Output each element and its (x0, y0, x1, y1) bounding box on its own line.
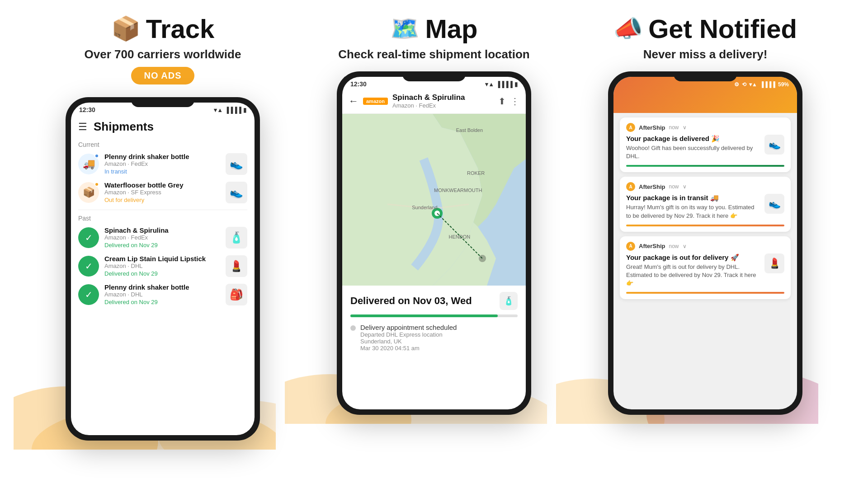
past-status-3: Delivered on Nov 29 (104, 299, 220, 305)
map-phone: 12:30 ▾▲ ▐▐▐▐ ▮ ← amazon Spinach & Spiru… (337, 71, 531, 415)
event-subtitle: Departed DHL Express location (360, 331, 457, 338)
notif-header-1: A AfterShip now ∨ (626, 123, 784, 132)
aftership-logo-2: A (626, 182, 635, 191)
checkmark-3: ✓ (78, 284, 99, 305)
past-info-1: Spinach & Spirulina Amazon · FedEx Deliv… (104, 226, 220, 249)
tracking-event: Delivery appointment scheduled Departed … (350, 324, 518, 352)
past-name-1: Spinach & Spirulina (104, 226, 220, 234)
past-info-3: Plenny drink shaker bottle Amazon · DHL … (104, 283, 220, 305)
track-phone-inner: 12:30 ▾▲ ▐▐▐▐ ▮ ☰ Shipments Cur (71, 103, 255, 435)
checkmark-2: ✓ (78, 256, 99, 277)
map-title-row: 🗺️ Map (390, 14, 477, 44)
no-ads-badge: NO ADS (131, 67, 194, 84)
event-dot (350, 325, 356, 331)
phone-notch-3 (674, 71, 737, 81)
map-package-details: Spinach & Spirulina Amazon · FedEx (392, 93, 494, 109)
map-display-area: East Bolden ROKER MONKWEARMOUTH Sunderla… (342, 114, 526, 286)
signal-icon: ▐▐▐▐ (225, 107, 241, 113)
map-subtitle: Check real-time shipment location (338, 47, 529, 61)
notif-time-1: now (669, 124, 679, 131)
aftership-logo-3: A (626, 242, 635, 251)
notif-title-1: Your package is delivered 🎉 (626, 135, 760, 143)
past-item-3[interactable]: ✓ Plenny drink shaker bottle Amazon · DH… (78, 283, 247, 305)
shipment-carrier-1: Amazon · FedEx (104, 160, 220, 167)
dot-2 (94, 182, 99, 187)
notif-header-3: A AfterShip now ∨ (626, 242, 784, 251)
notif-list: A AfterShip now ∨ Your package is delive… (613, 113, 797, 304)
track-header: 📦 Track Over 700 carriers worldwide NO A… (85, 14, 241, 93)
notif-desc-1: Woohoo! Gift has been successfully deliv… (626, 144, 760, 160)
notify-column: 📣 Get Notified Never miss a delivery! (574, 14, 836, 415)
back-button[interactable]: ← (349, 95, 359, 107)
shipment-thumb-2: 👟 (226, 182, 247, 203)
notif-app-3: AfterShip (639, 243, 665, 249)
dot-1 (94, 154, 99, 158)
shipment-name-1: Plenny drink shaker bottle (104, 153, 220, 160)
past-status-2: Delivered on Nov 29 (104, 270, 220, 277)
notif-top-bar: ⚙ ⟲ ▾▲ ▐▐▐▐ 59% (613, 77, 797, 113)
notif-card-2[interactable]: A AfterShip now ∨ Your package is in tra… (620, 177, 791, 231)
status-time-1: 12:30 (79, 106, 95, 113)
track-phone: 12:30 ▾▲ ▐▐▐▐ ▮ ☰ Shipments Cur (66, 97, 260, 441)
notify-title-row: 📣 Get Notified (613, 14, 797, 44)
notif-card-1[interactable]: A AfterShip now ∨ Your package is delive… (620, 117, 791, 172)
shipment-item-2[interactable]: 📦 Waterflooser bottle Grey Amazon · SF E… (78, 181, 247, 203)
shipment-item-1[interactable]: 🚚 Plenny drink shaker bottle Amazon · Fe… (78, 153, 247, 175)
map-phone-inner: 12:30 ▾▲ ▐▐▐▐ ▮ ← amazon Spinach & Spiru… (342, 77, 526, 409)
shipments-screen: ☰ Shipments Current 🚚 Plenny drink sha (71, 115, 255, 305)
past-item-2[interactable]: ✓ Cream Lip Stain Liquid Lipstick Amazon… (78, 255, 247, 277)
notif-body-2: Your package is in transit 🚚 Hurray! Mum… (626, 194, 784, 220)
map-label-roker: ROKER (467, 170, 485, 176)
notif-app-1: AfterShip (639, 124, 665, 131)
map-label-east-bolden: East Bolden (456, 127, 483, 133)
notif-chevron-3: ∨ (683, 243, 687, 249)
status-icons-2: ▾▲ ▐▐▐▐ ▮ (485, 81, 518, 88)
signal-icon-3: ▐▐▐▐ (760, 81, 775, 88)
checkmark-1: ✓ (78, 227, 99, 248)
notify-phone-wrap: ⚙ ⟲ ▾▲ ▐▐▐▐ 59% A After (574, 71, 836, 415)
past-name-2: Cream Lip Stain Liquid Lipstick (104, 255, 220, 263)
phone-notch-1 (131, 97, 194, 107)
shipment-status-1: In transit (104, 168, 220, 175)
event-location: Sunderland, UK (360, 338, 457, 345)
shipment-name-2: Waterflooser bottle Grey (104, 181, 220, 189)
notif-title-3: Your package is out for delivery 🚀 (626, 253, 760, 262)
map-action-icons: ⬆ ⋮ (498, 96, 519, 107)
map-screen-header: ← amazon Spinach & Spirulina Amazon · Fe… (342, 89, 526, 114)
delivered-date: Delivered on Nov 03, Wed 🧴 (350, 292, 518, 310)
notif-title-2: Your package is in transit 🚚 (626, 194, 760, 202)
map-bottom-info: Delivered on Nov 03, Wed 🧴 Delivery appo… (342, 286, 526, 358)
notif-time-2: now (669, 183, 679, 190)
notif-thumb-3: 💄 (764, 253, 784, 273)
track-title: Track (146, 14, 215, 44)
wifi-icon: ▾▲ (214, 107, 223, 113)
more-icon[interactable]: ⋮ (510, 96, 519, 107)
map-header: 🗺️ Map Check real-time shipment location (338, 14, 529, 67)
notify-header: 📣 Get Notified Never miss a delivery! (613, 14, 797, 67)
hamburger-icon[interactable]: ☰ (78, 121, 87, 133)
map-package-name: Spinach & Spirulina (392, 93, 494, 102)
share-icon[interactable]: ⬆ (498, 96, 506, 107)
shipment-status-2: Out for delivery (104, 197, 220, 203)
track-emoji: 📦 (111, 15, 141, 42)
shipments-header: ☰ Shipments (78, 115, 247, 141)
track-subtitle: Over 700 carriers worldwide (85, 47, 241, 61)
notif-card-3[interactable]: A AfterShip now ∨ Your package is out fo… (620, 236, 791, 300)
notify-phone: ⚙ ⟲ ▾▲ ▐▐▐▐ 59% A After (608, 71, 802, 415)
svg-point-9 (479, 255, 486, 262)
map-svg (342, 114, 526, 286)
notif-chevron-2: ∨ (683, 183, 687, 190)
past-section-label: Past (78, 215, 247, 222)
notif-desc-3: Great! Mum's gift is out for delivery by… (626, 263, 760, 288)
map-title: Map (425, 14, 477, 44)
aftership-logo-1: A (626, 123, 635, 132)
status-icons-1: ▾▲ ▐▐▐▐ ▮ (214, 107, 246, 113)
notif-desc-2: Hurray! Mum's gift is on its way to you.… (626, 203, 760, 220)
track-phone-wrap: 12:30 ▾▲ ▐▐▐▐ ▮ ☰ Shipments Cur (32, 97, 294, 441)
notif-chevron-1: ∨ (683, 124, 687, 131)
past-name-3: Plenny drink shaker bottle (104, 283, 220, 291)
notif-accent-1 (626, 165, 784, 167)
notif-app-2: AfterShip (639, 183, 665, 190)
past-item-1[interactable]: ✓ Spinach & Spirulina Amazon · FedEx Del… (78, 226, 247, 249)
shipments-screen-title: Shipments (94, 120, 154, 134)
